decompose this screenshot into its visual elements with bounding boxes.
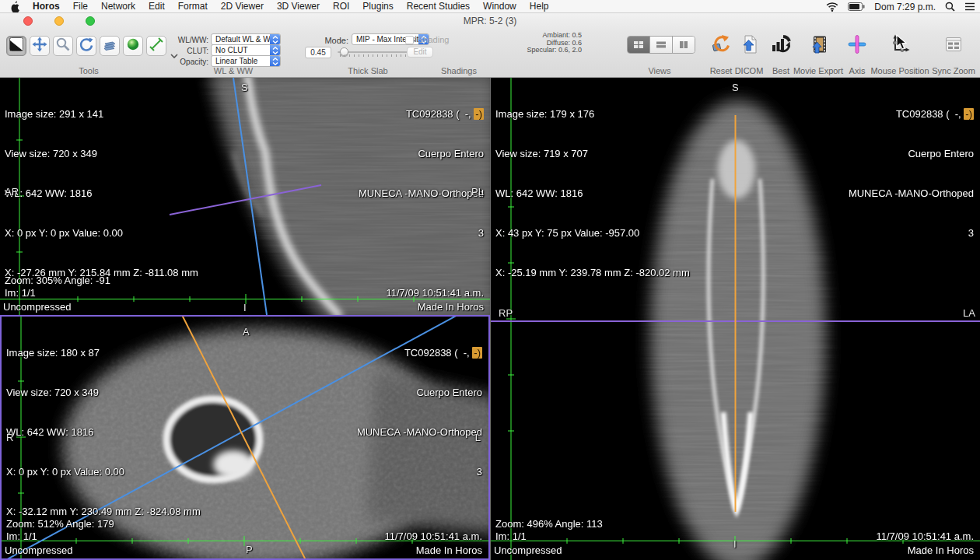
orientation-left-label: RP xyxy=(499,307,513,319)
compression-text: Uncompressed xyxy=(5,544,72,557)
study-description-text: Cuerpo Entero xyxy=(359,147,484,160)
series-description-text: MUNECA -MANO-Orthoped xyxy=(849,187,974,200)
zoom-angle-text: Zoom: 496% Angle: 113 xyxy=(495,517,603,530)
wl-ww-text: WL: 642 WW: 1816 xyxy=(5,187,198,200)
image-info-overlay: Image size: 179 x 176 View size: 719 x 7… xyxy=(495,81,690,306)
mm-position-text: X: -25.19 mm Y: 239.78 mm Z: -820.02 mm xyxy=(495,266,690,279)
series-number-text: 3 xyxy=(849,226,974,240)
zoom-tool-button[interactable] xyxy=(53,36,73,56)
menu-item-window[interactable]: Window xyxy=(483,1,516,12)
columns-layout-icon xyxy=(678,38,689,52)
sphere-icon xyxy=(125,37,141,55)
clut-select[interactable]: No CLUT xyxy=(211,44,281,56)
menu-item-help[interactable]: Help xyxy=(530,1,549,12)
menu-bar: Horos File Network Edit Format 2D Viewer… xyxy=(0,0,980,13)
shadings-section-label: Shadings xyxy=(404,66,513,75)
mm-position-text: X: -32.12 mm Y: 230.49 mm Z: -824.08 mm xyxy=(6,505,201,518)
opacity-value: Linear Table xyxy=(215,57,257,65)
rows-layout-icon xyxy=(656,38,667,52)
views-rows-segment[interactable] xyxy=(649,37,672,53)
orientation-right-label: LA xyxy=(963,307,975,319)
wlww-preset-select[interactable]: Default WL & W' xyxy=(211,33,281,45)
mpr-axis-orange[interactable] xyxy=(182,317,306,558)
opacity-stepper-icon xyxy=(270,55,281,67)
wlww-stepper-icon xyxy=(270,33,281,45)
orientation-bottom-label: I xyxy=(243,302,247,313)
orientation-bottom-label: I xyxy=(733,538,737,550)
battery-icon[interactable] xyxy=(848,2,865,11)
menu-item-edit[interactable]: Edit xyxy=(149,1,165,12)
wlww-contrast-tool-button[interactable] xyxy=(6,36,26,56)
orientation-bottom-label: P xyxy=(246,544,253,555)
wlww-preset-value: Default WL & W' xyxy=(215,35,272,44)
menu-item-horos[interactable]: Horos xyxy=(33,1,60,12)
shading-checkbox[interactable] xyxy=(405,36,414,44)
zoom-angle-text: Zoom: 305% Angle: -91 xyxy=(5,274,110,287)
views-grid-segment[interactable] xyxy=(628,37,649,53)
layers-icon xyxy=(102,37,117,55)
tools-section-label: Tools xyxy=(6,66,171,75)
spotlight-search-icon[interactable] xyxy=(945,2,955,12)
study-id-text: TC092838 ( -, xyxy=(406,108,474,120)
wlww-section-label: WL & WW xyxy=(179,66,288,75)
stack-tool-button[interactable] xyxy=(100,36,120,56)
study-description-text: Cuerpo Entero xyxy=(357,386,482,399)
acquisition-datetime-text: 11/7/09 10:51:41 a.m. xyxy=(386,286,484,299)
window-toolbar: MPR: 5-2 (3) Tools WL/WW: Default WL & W… xyxy=(0,13,980,78)
menu-item-3d-viewer[interactable]: 3D Viewer xyxy=(277,1,320,12)
menu-item-network[interactable]: Network xyxy=(101,1,135,12)
orientation-left-label: R xyxy=(6,432,13,443)
apple-menu-icon[interactable] xyxy=(9,1,19,12)
view-size-text: View size: 720 x 349 xyxy=(5,147,198,160)
menu-item-recent-studies[interactable]: Recent Studies xyxy=(407,1,470,12)
image-info-overlay: Image size: 291 x 141 View size: 720 x 3… xyxy=(5,81,198,306)
slab-mode-label: Mode: xyxy=(317,36,348,45)
image-index-text: Im: 1/1 xyxy=(6,530,37,543)
contrast-icon xyxy=(9,37,24,55)
sync-zoom-button[interactable]: Sync Zoom xyxy=(924,33,980,75)
study-description-text: Cuerpo Entero xyxy=(849,147,974,160)
shading-specular-value: Specular: 0.6, 2.0 xyxy=(467,47,582,54)
notification-center-icon[interactable] xyxy=(964,2,975,11)
viewport-top-left[interactable]: Image size: 291 x 141 View size: 720 x 3… xyxy=(0,78,490,316)
menu-item-plugins[interactable]: Plugins xyxy=(362,1,393,12)
orientation-top-label: S xyxy=(241,82,248,93)
wifi-icon[interactable] xyxy=(826,2,838,12)
menu-clock[interactable]: Dom 7:29 p.m. xyxy=(874,2,936,12)
viewport-bottom-left-selected[interactable]: Image size: 180 x 87 View size: 720 x 34… xyxy=(0,315,490,560)
ball-tool-button[interactable] xyxy=(123,36,143,56)
menu-item-format[interactable]: Format xyxy=(178,1,208,12)
study-status-badge: -) xyxy=(964,108,974,120)
mouse-cursor xyxy=(896,34,908,54)
orientation-left-label: AR xyxy=(5,186,19,198)
shading-edit-button[interactable]: Edit xyxy=(407,47,433,58)
pan-tool-button[interactable] xyxy=(30,36,50,56)
views-segmented-control xyxy=(627,36,695,54)
study-info-overlay: TC092838 ( -, -) Cuerpo Entero MUNECA -M… xyxy=(849,81,974,266)
watermark-text: Made In Horos xyxy=(418,300,484,313)
menu-item-roi[interactable]: ROI xyxy=(333,1,349,12)
menu-item-file[interactable]: File xyxy=(73,1,88,12)
image-size-text: Image size: 179 x 176 xyxy=(495,107,690,121)
acquisition-datetime-text: 11/7/09 10:51:41 a.m. xyxy=(876,530,974,543)
menu-item-2d-viewer[interactable]: 2D Viewer xyxy=(221,1,264,12)
orientation-right-label: PL xyxy=(471,186,484,198)
study-status-badge: -) xyxy=(472,347,482,359)
study-status-badge: -) xyxy=(474,108,484,120)
sync-zoom-window-icon xyxy=(924,33,980,55)
compression-text: Uncompressed xyxy=(3,300,71,313)
slab-thickness-value[interactable]: 0.45 xyxy=(305,47,331,58)
rotate-tool-button[interactable] xyxy=(76,36,96,56)
move-arrows-icon xyxy=(32,37,47,55)
mouse-position-label: Mouse Position xyxy=(870,66,929,75)
shading-values: Ambiant: 0.5 Diffuse: 0.6 Specular: 0.6,… xyxy=(467,32,582,54)
clut-value: No CLUT xyxy=(215,46,248,54)
opacity-select[interactable]: Linear Table xyxy=(211,55,281,67)
image-info-overlay: Image size: 180 x 87 View size: 720 x 34… xyxy=(6,320,201,544)
image-index-text: Im: 1/1 xyxy=(5,286,36,299)
wlww-preset-label: WL/WW: xyxy=(160,36,208,44)
watermark-text: Made In Horos xyxy=(416,544,482,557)
viewport-right[interactable]: Image size: 179 x 176 View size: 719 x 7… xyxy=(490,78,980,560)
orientation-right-label: L xyxy=(475,432,481,443)
view-size-text: View size: 720 x 349 xyxy=(6,386,201,399)
